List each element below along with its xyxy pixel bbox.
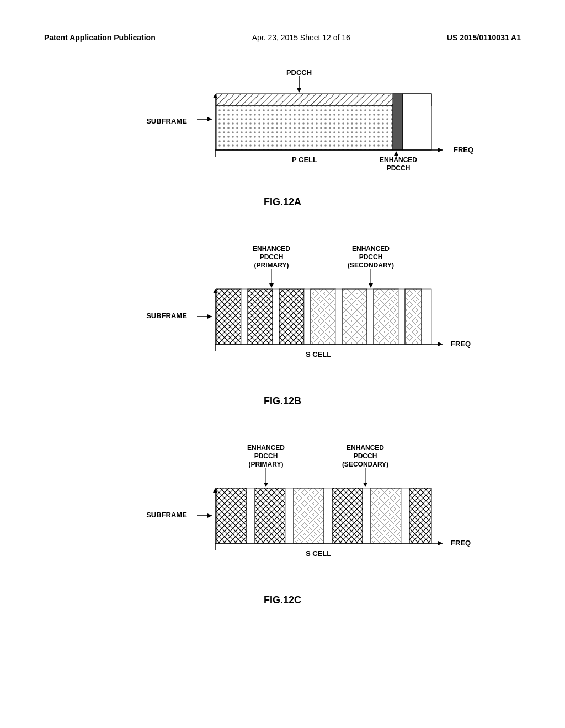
svg-rect-71 (332, 488, 363, 543)
svg-rect-74 (401, 488, 409, 543)
figure-12a: PDCCH SUBFRAME P CELL (44, 64, 521, 219)
diagram-12b: ENHANCED PDCCH (PRIMARY) ENHANCED PDCCH … (89, 241, 476, 390)
page: Patent Application Publication Apr. 23, … (0, 0, 565, 728)
svg-marker-64 (363, 483, 367, 487)
svg-marker-10 (207, 117, 212, 121)
svg-rect-37 (311, 289, 335, 344)
svg-text:(PRIMARY): (PRIMARY) (249, 461, 284, 468)
freq-label-b: FREQ (451, 340, 471, 348)
svg-rect-72 (363, 488, 371, 543)
figure-12b: ENHANCED PDCCH (PRIMARY) ENHANCED PDCCH … (44, 241, 521, 418)
figure-12c: ENHANCED PDCCH (PRIMARY) ENHANCED PDCCH … (44, 440, 521, 617)
svg-rect-73 (371, 488, 401, 543)
svg-rect-39 (342, 289, 367, 344)
svg-text:PDCCH: PDCCH (354, 452, 377, 460)
svg-rect-34 (273, 289, 279, 344)
freq-label-c: FREQ (451, 539, 471, 547)
svg-text:ENHANCED: ENHANCED (347, 444, 384, 452)
svg-rect-68 (285, 488, 294, 543)
diagram-12a: PDCCH SUBFRAME P CELL (89, 64, 476, 191)
svg-rect-65 (216, 488, 247, 543)
svg-rect-40 (367, 289, 374, 344)
header-left: Patent Application Publication (44, 33, 156, 42)
subframe-label-b: SUBFRAME (146, 312, 187, 320)
svg-text:(SECONDARY): (SECONDARY) (342, 461, 388, 468)
svg-marker-16 (394, 151, 398, 156)
svg-text:(SECONDARY): (SECONDARY) (348, 261, 394, 269)
svg-marker-50 (438, 342, 443, 346)
svg-marker-59 (264, 483, 268, 487)
svg-rect-38 (335, 289, 342, 344)
svg-marker-14 (438, 148, 443, 152)
svg-text:ENHANCED: ENHANCED (247, 444, 285, 452)
svg-marker-81 (438, 541, 443, 545)
svg-rect-33 (248, 289, 273, 344)
svg-rect-35 (279, 289, 304, 344)
svg-rect-66 (247, 488, 255, 543)
enhanced-pdcch-label-a2: PDCCH (387, 164, 411, 172)
svg-rect-75 (409, 488, 431, 543)
pcell-label: P CELL (292, 156, 317, 164)
svg-marker-4 (297, 88, 301, 93)
svg-rect-44 (422, 289, 431, 344)
fig-12b-label: FIG.12B (264, 395, 301, 407)
scell-label-c: S CELL (306, 549, 331, 558)
svg-rect-67 (255, 488, 285, 543)
svg-text:(PRIMARY): (PRIMARY) (254, 261, 289, 269)
svg-marker-30 (369, 283, 373, 288)
svg-rect-69 (294, 488, 324, 543)
svg-rect-42 (398, 289, 405, 344)
enhanced-pdcch-label-a: ENHANCED (380, 156, 417, 164)
svg-rect-36 (304, 289, 311, 344)
svg-text:PDCCH: PDCCH (260, 253, 284, 261)
subframe-label-c: SUBFRAME (146, 511, 187, 519)
freq-label-a: FREQ (454, 146, 473, 154)
subframe-label-a: SUBFRAME (146, 117, 187, 125)
svg-rect-32 (241, 289, 248, 344)
fig-12c-label: FIG.12C (264, 595, 301, 606)
pdcch-label: PDCCH (286, 68, 312, 77)
svg-rect-31 (216, 289, 241, 344)
header: Patent Application Publication Apr. 23, … (44, 33, 521, 42)
diagram-12c: ENHANCED PDCCH (PRIMARY) ENHANCED PDCCH … (89, 440, 476, 589)
svg-marker-46 (207, 314, 212, 319)
svg-rect-7 (393, 94, 403, 150)
svg-rect-43 (405, 289, 422, 344)
svg-rect-8 (403, 94, 431, 150)
svg-rect-70 (324, 488, 332, 543)
svg-text:PDCCH: PDCCH (254, 452, 278, 460)
svg-rect-6 (216, 106, 393, 150)
fig-12a-label: FIG.12A (264, 196, 301, 208)
scell-label-b: S CELL (306, 350, 331, 358)
svg-text:PDCCH: PDCCH (359, 253, 383, 261)
svg-marker-25 (269, 283, 274, 288)
svg-marker-77 (207, 513, 212, 518)
header-right: US 2015/0110031 A1 (447, 33, 521, 42)
header-center: Apr. 23, 2015 Sheet 12 of 16 (252, 33, 350, 42)
svg-text:ENHANCED: ENHANCED (253, 245, 290, 253)
svg-text:ENHANCED: ENHANCED (352, 245, 390, 253)
svg-rect-41 (374, 289, 398, 344)
